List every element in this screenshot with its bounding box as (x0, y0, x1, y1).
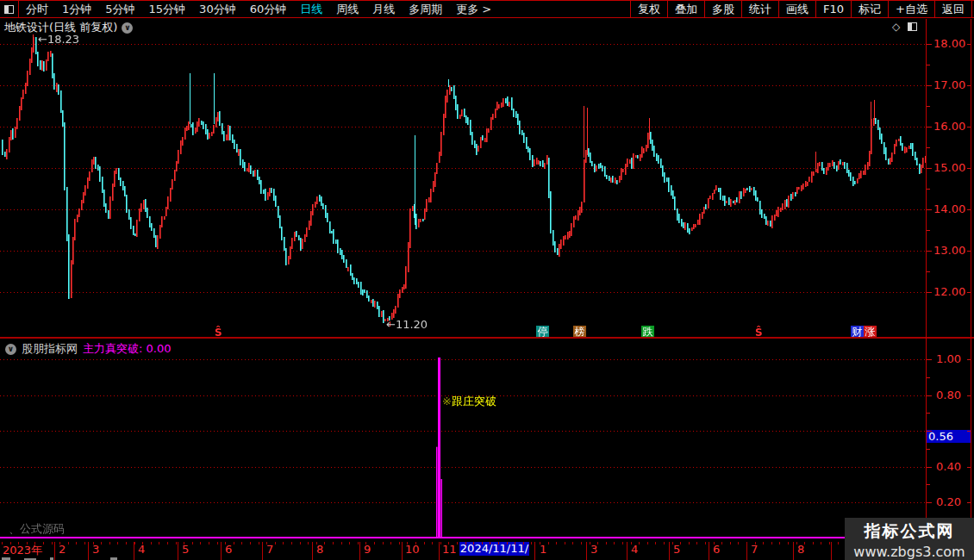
high-annotation: ←18.23 (38, 33, 79, 46)
timeline-minor-tick (507, 542, 508, 544)
timeline-minor-tick (225, 542, 226, 544)
axis-border-line (926, 19, 927, 557)
timeline-minor-tick (407, 542, 408, 544)
timeline-minor-tick (134, 542, 135, 544)
period-tab-0[interactable]: 分时 (19, 1, 55, 17)
tool-button-3[interactable]: 统计 (741, 1, 778, 17)
timeline-bottom-tick (831, 557, 832, 560)
timeline-minor-tick (696, 542, 697, 544)
timeline-minor-tick (167, 542, 168, 544)
timeline-minor-tick (424, 542, 425, 544)
period-tab-1[interactable]: 1分钟 (55, 1, 98, 17)
indicator-value-tag: 0.56 (927, 430, 971, 443)
timeline-minor-tick (714, 542, 715, 544)
period-tab-3[interactable]: 15分钟 (142, 1, 193, 17)
timeline-minor-tick (581, 542, 582, 544)
timeline-bottom-tick (534, 557, 535, 560)
timeline-minor-tick (606, 542, 607, 544)
timeline-minor-tick (771, 542, 772, 544)
indicator-chevron-icon[interactable]: ∨ (5, 344, 16, 355)
period-tab-6[interactable]: 日线 (293, 1, 329, 17)
tool-button-8[interactable]: 返回 (934, 1, 972, 17)
tool-button-0[interactable]: 复权 (630, 1, 667, 17)
period-tab-9[interactable]: 多周期 (402, 1, 449, 17)
timeline-bottom-tick (669, 557, 670, 560)
timeline-month-label: 7 (751, 543, 758, 556)
axis-tick (927, 449, 930, 450)
axis-tick (967, 502, 971, 503)
price-axis-label: 13.00 (933, 244, 965, 257)
timeline-minor-tick (275, 542, 276, 544)
watermark-title: 指标公式网 (845, 520, 974, 543)
axis-tick (927, 431, 932, 432)
period-tab-2[interactable]: 5分钟 (98, 1, 141, 17)
axis-tick (967, 467, 971, 468)
tool-button-1[interactable]: 叠加 (667, 1, 704, 17)
tool-button-6[interactable]: 标记 (851, 1, 888, 17)
period-tab-4[interactable]: 30分钟 (192, 1, 243, 17)
pane-divider[interactable] (0, 337, 974, 339)
timeline-bottom-tick (178, 557, 178, 560)
window-icon-box[interactable] (0, 1, 19, 17)
axis-tick (967, 85, 971, 86)
timeline-month-label: 5 (673, 543, 680, 556)
timeline-minor-tick (43, 542, 44, 544)
timeline-minor-tick (101, 542, 102, 544)
timeline-minor-tick (440, 542, 441, 544)
timeline-divider (262, 542, 263, 557)
timeline-minor-tick (498, 542, 499, 544)
top-toolbar: 分时1分钟5分钟15分钟30分钟60分钟日线周线月线多周期更多 > 复权叠加多股… (0, 0, 974, 18)
chevron-down-icon[interactable]: ∨ (122, 22, 133, 34)
timeline-minor-tick (664, 542, 665, 544)
diamond-icon[interactable]: ◇ (892, 22, 900, 32)
selected-date-tag: 2024/11/11/— (459, 542, 529, 556)
indicator-canvas[interactable] (0, 355, 926, 540)
tool-button-2[interactable]: 多股 (704, 1, 741, 17)
timeline-minor-tick (316, 542, 317, 544)
indicator-axis-label: 0.40 (936, 460, 961, 473)
split-view-icon[interactable] (908, 22, 917, 31)
timeline-minor-tick (448, 542, 449, 544)
timeline-minor-tick (796, 542, 797, 544)
tool-button-5[interactable]: F10 (815, 1, 851, 17)
axis-tick (927, 359, 932, 360)
period-tab-10[interactable]: 更多 > (449, 1, 498, 17)
timeline-minor-tick (763, 542, 764, 544)
split-window-icon (4, 5, 14, 14)
timeline-divider (359, 542, 360, 557)
timeline-divider (793, 542, 794, 557)
timeline-minor-tick (209, 542, 209, 544)
timeline-minor-tick (639, 542, 640, 544)
timeline-month-label: 9 (364, 543, 371, 556)
axis-tick (927, 85, 932, 86)
tool-button-4[interactable]: 画线 (778, 1, 815, 17)
period-tab-7[interactable]: 周线 (329, 1, 365, 17)
timeline-minor-tick (27, 542, 28, 544)
timeline-minor-tick (399, 542, 400, 544)
period-tab-8[interactable]: 月线 (365, 1, 402, 17)
timeline-minor-tick (572, 542, 573, 544)
axis-tick (967, 395, 971, 396)
timeline-month-label: 2023年 (3, 543, 42, 558)
timeline-minor-tick (192, 542, 193, 544)
timeline-bottom-tick (627, 557, 627, 560)
timeline-minor-tick (647, 542, 648, 544)
timeline-minor-tick (482, 542, 483, 544)
period-tab-5[interactable]: 60分钟 (243, 1, 294, 17)
axis-tick (927, 209, 932, 210)
tool-button-7[interactable]: +自选 (888, 1, 934, 17)
timeline-minor-tick (680, 542, 681, 544)
timeline-minor-tick (721, 542, 722, 544)
timeline-minor-tick (250, 542, 251, 544)
timeline-minor-tick (266, 542, 267, 544)
axis-tick (927, 271, 930, 272)
timeline-minor-tick (390, 542, 391, 544)
timeline[interactable]: 2024/11/11/— 2023年2345678910111345678 (0, 542, 974, 560)
timeline-minor-tick (234, 542, 234, 544)
watermark: 指标公式网 www.zbgs3.com (845, 518, 974, 560)
timeline-minor-tick (76, 542, 77, 544)
timeline-minor-tick (52, 542, 53, 544)
formula-source-note[interactable]: 、公式源码 (9, 521, 65, 537)
candlestick-canvas[interactable] (0, 34, 926, 338)
timeline-minor-tick (126, 542, 127, 544)
